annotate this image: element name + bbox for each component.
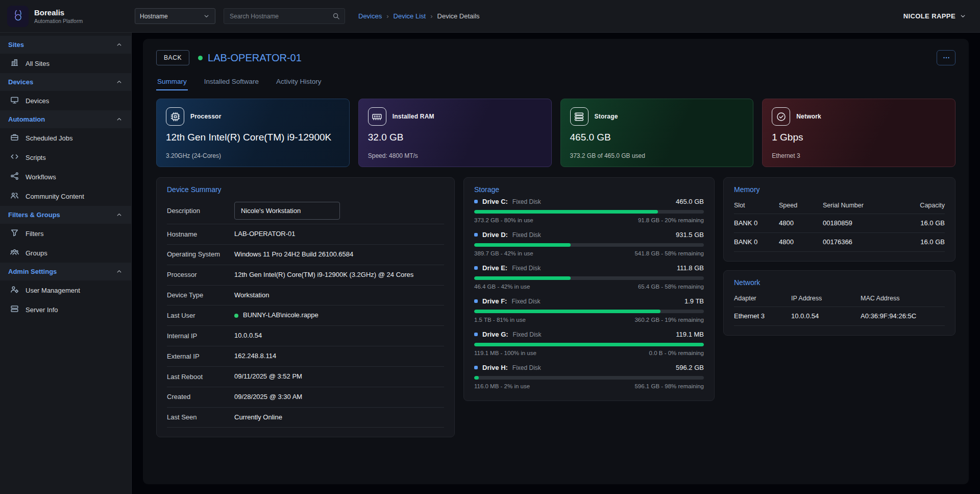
summary-value: 162.248.8.114 <box>234 351 444 361</box>
network-panel: Network Adapter IP Address MAC Address E… <box>723 270 955 336</box>
summary-label: Created <box>167 392 234 402</box>
chevron-up-icon <box>115 41 123 49</box>
summary-label: Processor <box>167 270 234 279</box>
brand[interactable]: Borealis Automation Platform <box>0 0 132 32</box>
description-input[interactable] <box>234 202 340 220</box>
sidebar-item-community-content[interactable]: Community Content <box>0 186 131 206</box>
sidebar-item-user-management[interactable]: User Management <box>0 280 131 300</box>
drive-type: Fixed Disk <box>513 331 542 338</box>
summary-label: Device Type <box>167 291 234 300</box>
summary-row-last-reboot: Last Reboot 09/11/2025 @ 3:52 PM <box>167 367 444 387</box>
stat-value: 465.0 GB <box>570 132 744 143</box>
stat-footer: 3.20GHz (24-Cores) <box>166 152 340 159</box>
breadcrumb-separator-icon: › <box>386 12 388 20</box>
drive-usage-fill <box>474 243 571 247</box>
sidebar-item-scripts[interactable]: Scripts <box>0 148 131 167</box>
tab-installed-software[interactable]: Installed Software <box>203 73 260 90</box>
sidebar-section-admin-settings[interactable]: Admin Settings <box>0 263 131 280</box>
briefcase-icon <box>10 133 19 143</box>
column-header: Capacity <box>899 202 945 209</box>
drive-remaining: 596.1 GB - 98% remaining <box>634 383 704 389</box>
memory-capacity: 16.0 GB <box>899 219 945 227</box>
drive-type: Fixed Disk <box>512 231 541 239</box>
sidebar-item-scheduled-jobs[interactable]: Scheduled Jobs <box>0 128 131 148</box>
sidebar-item-label: Workflows <box>26 173 56 181</box>
main-content: BACK LAB-OPERATOR-01 Summary Installed S… <box>132 33 980 494</box>
network-icon <box>772 107 790 126</box>
people-icon <box>10 191 19 201</box>
drive-row-h: Drive H: Fixed Disk 596.2 GB 116.0 MB - … <box>474 364 704 389</box>
breadcrumb-separator-icon: › <box>430 12 432 20</box>
memory-slot: BANK 0 <box>734 238 779 246</box>
drive-bullet-icon <box>474 333 478 336</box>
summary-value: 12th Gen Intel(R) Core(TM) i9-12900K (3.… <box>234 270 444 280</box>
sidebar-item-label: Server Info <box>26 306 58 314</box>
sidebar-section-automation[interactable]: Automation <box>0 110 131 128</box>
memory-speed: 4800 <box>779 238 823 246</box>
sidebar-section-sites[interactable]: Sites <box>0 36 131 54</box>
drive-usage-bar <box>474 310 704 313</box>
devices-icon <box>10 96 19 106</box>
network-card: Network 1 Gbps Ethernet 3 <box>762 99 955 167</box>
user-menu[interactable]: NICOLE RAPPE <box>903 12 980 20</box>
drive-remaining: 65.4 GB - 58% remaining <box>638 284 704 290</box>
drive-size: 596.2 GB <box>676 364 704 371</box>
breadcrumb: Devices › Device List › Device Details <box>358 12 480 20</box>
search-input[interactable] <box>229 12 332 20</box>
filter-icon <box>10 228 19 239</box>
summary-row-internal-ip: Internal IP 10.0.0.54 <box>167 326 444 346</box>
page-header: BACK LAB-OPERATOR-01 <box>156 50 955 65</box>
drive-usage-bar <box>474 276 704 280</box>
breadcrumb-link-devices[interactable]: Devices <box>358 12 382 20</box>
sidebar-item-all-sites[interactable]: All Sites <box>0 54 131 73</box>
summary-row-operating-system: Operating System Windows 11 Pro 24H2 Bui… <box>167 245 444 265</box>
processor-card: Processor 12th Gen Intel(R) Core(TM) i9-… <box>156 99 350 167</box>
stat-label: Processor <box>190 113 222 120</box>
back-button[interactable]: BACK <box>156 50 189 65</box>
section-label: Devices <box>8 78 33 86</box>
tab-activity-history[interactable]: Activity History <box>275 73 323 90</box>
drive-size: 931.5 GB <box>676 231 704 239</box>
stat-label: Network <box>796 113 821 120</box>
drive-used: 1.5 TB - 81% in use <box>474 317 526 323</box>
drive-bullet-icon <box>474 233 478 237</box>
sidebar-item-groups[interactable]: Groups <box>0 243 131 263</box>
memory-panel: Memory Slot Speed Serial Number Capacity… <box>723 177 955 262</box>
sidebar-item-workflows[interactable]: Workflows <box>0 167 131 186</box>
drive-remaining: 91.8 GB - 20% remaining <box>638 217 704 223</box>
search-icon[interactable] <box>332 12 340 20</box>
stat-footer: Ethernet 3 <box>772 152 946 159</box>
network-table-header: Adapter IP Address MAC Address <box>734 291 945 307</box>
sidebar-item-filters[interactable]: Filters <box>0 224 131 243</box>
sidebar-section-devices[interactable]: Devices <box>0 73 131 91</box>
sidebar-item-server-info[interactable]: Server Info <box>0 300 131 319</box>
breadcrumb-link-device-list[interactable]: Device List <box>394 12 426 20</box>
panel-title: Memory <box>734 185 945 194</box>
drive-used: 46.4 GB - 42% in use <box>474 284 530 290</box>
stat-value: 32.0 GB <box>368 132 542 143</box>
memory-row: BANK 0 4800 00176366 16.0 GB <box>734 232 945 251</box>
sidebar-section-filters-groups[interactable]: Filters & Groups <box>0 206 131 224</box>
summary-row-description: Description <box>167 198 444 224</box>
user-name: NICOLE RAPPE <box>903 12 955 20</box>
drive-type: Fixed Disk <box>512 364 541 371</box>
drive-size: 111.8 GB <box>677 264 704 272</box>
workflow-icon <box>10 172 19 182</box>
section-label: Sites <box>8 41 24 49</box>
drive-used: 389.7 GB - 42% in use <box>474 250 533 256</box>
sidebar: Sites All Sites Devices Devices Automati… <box>0 33 132 494</box>
chevron-up-icon <box>115 211 123 219</box>
drive-used: 373.2 GB - 80% in use <box>474 217 533 223</box>
app-name: Borealis <box>34 8 83 17</box>
sidebar-item-devices[interactable]: Devices <box>0 91 131 110</box>
summary-value: 09/28/2025 @ 3:30 AM <box>234 392 444 402</box>
sidebar-item-label: User Management <box>26 287 80 294</box>
summary-label: Hostname <box>167 230 234 239</box>
tab-summary[interactable]: Summary <box>156 73 188 90</box>
search-hostname-box[interactable] <box>224 8 345 24</box>
summary-value: BUNNY-LAB\nicole.rappe <box>243 311 318 320</box>
more-options-button[interactable] <box>937 50 955 65</box>
cpu-icon <box>166 107 184 126</box>
hostname-filter-select[interactable]: Hostname <box>135 8 215 24</box>
drive-row-e: Drive E: Fixed Disk 111.8 GB 46.4 GB - 4… <box>474 264 704 290</box>
